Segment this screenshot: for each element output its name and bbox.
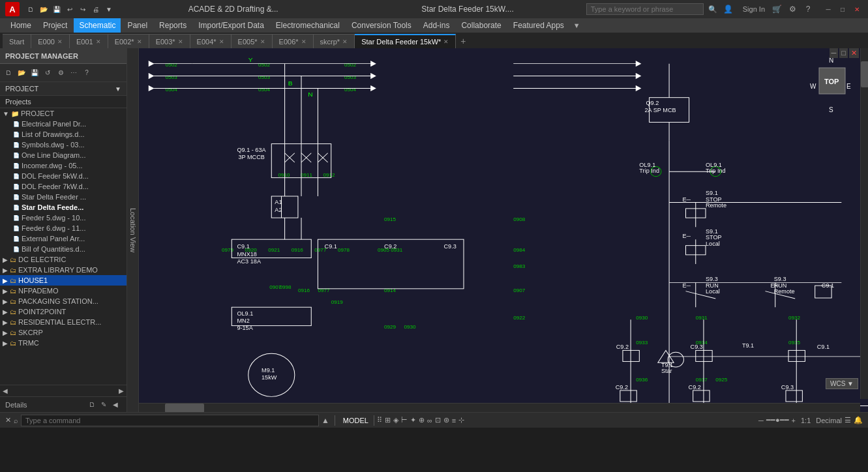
cart-icon[interactable]: 🛒 bbox=[770, 3, 783, 16]
settings-icon[interactable]: ⚙ bbox=[786, 3, 799, 16]
sign-in-button[interactable]: Sign In bbox=[743, 5, 765, 13]
tab-e001-close[interactable]: ✕ bbox=[96, 38, 101, 45]
tab-e006-close[interactable]: ✕ bbox=[301, 38, 307, 45]
tree-item-incomer[interactable]: 📄 Incomer.dwg - 05... bbox=[0, 160, 127, 171]
command-input[interactable] bbox=[21, 415, 319, 426]
tree-item-residential[interactable]: ▶ 🗂 RESIDENTIAL ELECTR... bbox=[0, 317, 127, 327]
help-icon[interactable]: ? bbox=[801, 3, 815, 16]
scroll-up-btn[interactable]: ▲ bbox=[322, 416, 329, 425]
tab-e006[interactable]: E006* ✕ bbox=[273, 34, 314, 48]
menu-project[interactable]: Project bbox=[38, 18, 72, 33]
open-button[interactable]: 📂 bbox=[38, 3, 50, 15]
details-new-btn[interactable]: 🗋 bbox=[86, 399, 98, 411]
minimize-button[interactable]: ─ bbox=[822, 3, 834, 15]
ortho-icon[interactable]: ⊢ bbox=[401, 416, 408, 424]
snap-icon[interactable]: ◈ bbox=[393, 416, 398, 424]
tree-item-skcrp[interactable]: ▶ 🗂 SKCRP bbox=[0, 327, 127, 338]
tree-item-elec-panel[interactable]: 📄 Electrical Panel Dr... bbox=[0, 119, 127, 129]
tab-e003[interactable]: E003* ✕ bbox=[149, 34, 190, 48]
lw-icon[interactable]: ≡ bbox=[452, 417, 456, 424]
tree-item-p2p[interactable]: ▶ 🗂 POINT2POINT bbox=[0, 306, 127, 317]
tree-item-project[interactable]: ▼ 📁 PROJECT bbox=[0, 108, 127, 119]
tab-skcrp-close[interactable]: ✕ bbox=[342, 38, 348, 45]
notification-icon[interactable]: 🔔 bbox=[854, 416, 863, 424]
tree-item-trmc[interactable]: ▶ 🗂 TRMC bbox=[0, 338, 127, 348]
tab-add-button[interactable]: + bbox=[456, 34, 470, 48]
search-icon[interactable]: 🔍 bbox=[706, 3, 719, 16]
project-dropdown[interactable]: ▼ bbox=[115, 85, 121, 93]
tree-item-one-line[interactable]: 📄 One Line Diagram... bbox=[0, 150, 127, 160]
plus-zoom[interactable]: + bbox=[792, 417, 796, 424]
pm-save-btn[interactable]: 💾 bbox=[29, 67, 40, 79]
tree-item-symbols[interactable]: 📄 Symbols.dwg - 03... bbox=[0, 140, 127, 150]
tree-item-ext-panel[interactable]: 📄 External Panel Arr... bbox=[0, 233, 127, 244]
tree-item-house1[interactable]: ▶ 🗂 HOUSE1 bbox=[0, 275, 127, 286]
tab-e004[interactable]: E004* ✕ bbox=[190, 34, 232, 48]
tree-item-dc-electric[interactable]: ▶ 🗂 DC ELECTRIC bbox=[0, 254, 127, 265]
menu-home[interactable]: Home bbox=[5, 18, 37, 33]
tree-item-feeder5[interactable]: 📄 Feeder 5.dwg - 10... bbox=[0, 213, 127, 223]
pm-new-btn[interactable]: 🗋 bbox=[3, 67, 14, 79]
tab-e005-close[interactable]: ✕ bbox=[260, 38, 265, 45]
search-input[interactable] bbox=[586, 3, 704, 15]
undo-button[interactable]: ↩ bbox=[64, 3, 76, 15]
tab-e002[interactable]: E002* ✕ bbox=[108, 34, 149, 48]
zoom-slider[interactable]: ━━●━━ bbox=[766, 416, 789, 424]
tree-item-extra-lib[interactable]: ▶ 🗂 EXTRA LIBRARY DEMO bbox=[0, 265, 127, 275]
draw-close-btn[interactable]: ✕ bbox=[849, 48, 859, 58]
tree-item-star-delta2[interactable]: 📄 Star Delta Feede... bbox=[0, 202, 127, 213]
tree-scroll-right[interactable]: ▶ bbox=[119, 387, 124, 394]
new-button[interactable]: 🗋 bbox=[25, 3, 37, 15]
otrack-icon[interactable]: ∞ bbox=[427, 417, 432, 424]
details-collapse-btn[interactable]: ◀ bbox=[110, 399, 121, 411]
tab-star-delta-close[interactable]: ✕ bbox=[443, 38, 449, 45]
tree-item-feeder6[interactable]: 📄 Feeder 6.dwg - 11... bbox=[0, 223, 127, 233]
tab-skcrp[interactable]: skcrp* ✕ bbox=[314, 34, 355, 48]
horizontal-scrollbar[interactable] bbox=[139, 403, 860, 412]
tab-e003-close[interactable]: ✕ bbox=[178, 38, 183, 45]
view-cube[interactable]: N S W E TOP bbox=[806, 55, 858, 117]
tab-e002-close[interactable]: ✕ bbox=[137, 38, 142, 45]
menu-addins[interactable]: Add-ins bbox=[418, 18, 455, 33]
tab-star-delta[interactable]: Star Delta Feeder 15kW* ✕ bbox=[355, 34, 456, 48]
print-button[interactable]: 🖨 bbox=[90, 3, 102, 15]
customization-icon[interactable]: ☰ bbox=[845, 416, 851, 424]
menu-collaborate[interactable]: Collaborate bbox=[456, 18, 506, 33]
drawing-area[interactable]: [-][Top][2D Wireframe] 0502 0502 0502 05… bbox=[139, 48, 868, 412]
tree-item-dol5[interactable]: 📄 DOL Feeder 5kW.d... bbox=[0, 171, 127, 181]
tree-item-dol7[interactable]: 📄 DOL Feeder 7kW.d... bbox=[0, 181, 127, 192]
pm-more-btn[interactable]: ⋯ bbox=[68, 67, 80, 79]
grid-dots-icon[interactable]: ⠿ bbox=[377, 416, 382, 424]
tab-start[interactable]: Start bbox=[3, 34, 31, 48]
details-edit-btn[interactable]: ✎ bbox=[98, 399, 110, 411]
grid-lines-icon[interactable]: ⊞ bbox=[385, 416, 391, 424]
draw-restore-btn[interactable]: □ bbox=[839, 48, 848, 58]
ducs-icon[interactable]: ⊡ bbox=[435, 416, 441, 424]
menu-reports[interactable]: Reports bbox=[154, 18, 192, 33]
vertical-scrollbar[interactable] bbox=[860, 48, 868, 399]
menu-electromechanical[interactable]: Electromechanical bbox=[271, 18, 345, 33]
tree-item-nfpa[interactable]: ▶ 🗂 NFPADEMO bbox=[0, 286, 127, 296]
dyn-icon[interactable]: ⊛ bbox=[443, 416, 449, 424]
menu-panel[interactable]: Panel bbox=[122, 18, 153, 33]
pm-open-btn[interactable]: 📂 bbox=[16, 67, 27, 79]
menu-import-export[interactable]: Import/Export Data bbox=[193, 18, 269, 33]
tab-e004-close[interactable]: ✕ bbox=[219, 38, 224, 45]
draw-minimize-btn[interactable]: ─ bbox=[830, 48, 839, 58]
polar-icon[interactable]: ✦ bbox=[410, 416, 416, 424]
osnap-icon[interactable]: ⊕ bbox=[419, 416, 425, 424]
tab-e001[interactable]: E001 ✕ bbox=[70, 34, 108, 48]
tree-item-packaging[interactable]: ▶ 🗂 PACKAGING STATION... bbox=[0, 296, 127, 306]
pm-refresh-btn[interactable]: ↺ bbox=[42, 67, 53, 79]
minus-zoom[interactable]: ─ bbox=[758, 417, 764, 424]
model-tab[interactable]: MODEL bbox=[340, 417, 371, 424]
tab-e000[interactable]: E000 ✕ bbox=[31, 34, 70, 48]
tab-e005[interactable]: E005* ✕ bbox=[232, 34, 273, 48]
menu-schematic[interactable]: Schematic bbox=[74, 18, 121, 33]
tree-item-list-drawings[interactable]: 📄 List of Drawings.d... bbox=[0, 129, 127, 140]
pm-settings-btn[interactable]: ⚙ bbox=[55, 67, 67, 79]
featured-apps-extra[interactable]: ▼ bbox=[573, 22, 580, 29]
qa-dropdown[interactable]: ▼ bbox=[103, 3, 115, 15]
menu-conversion[interactable]: Conversion Tools bbox=[346, 18, 417, 33]
pm-help-btn[interactable]: ? bbox=[81, 67, 93, 79]
